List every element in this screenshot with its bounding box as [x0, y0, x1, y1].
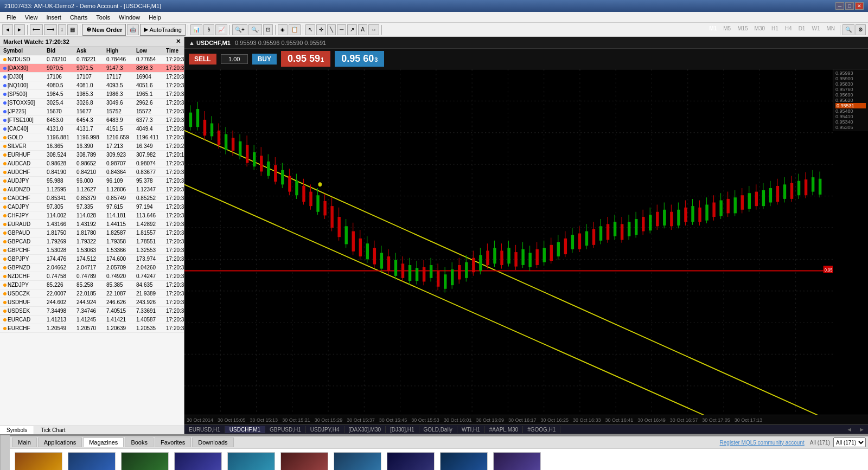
magazine-item[interactable]: BORSA ISTANBUL Borsa Istanbu... 2014/03	[439, 452, 488, 470]
market-row[interactable]: CADCHF 0.85341 0.85379 0.85749 0.85252 1…	[0, 194, 184, 203]
tb-arrow[interactable]: ↖	[305, 24, 315, 35]
period-h4[interactable]: H4	[782, 25, 795, 34]
toolbar-forward[interactable]: ►	[14, 24, 25, 35]
menu-help[interactable]: Help	[144, 12, 165, 23]
toolbar-expert-icon[interactable]: 🤖	[127, 24, 139, 35]
tb-template[interactable]: 📋	[289, 24, 301, 35]
market-row[interactable]: EURAUD 1.43166 1.43192 1.44115 1.42892 1…	[0, 220, 184, 229]
tab-downloads[interactable]: Downloads	[192, 437, 233, 447]
tab-favorites[interactable]: Favorites	[155, 437, 191, 447]
menu-window[interactable]: Window	[114, 12, 144, 23]
magazine-item[interactable]: TRADERS' TRADERS' DE 2014/11	[174, 452, 222, 470]
chart-line-button[interactable]: 📈	[215, 24, 227, 35]
market-row[interactable]: AUDCAD 0.98628 0.98652 0.98707 0.98074 1…	[0, 159, 184, 168]
market-row[interactable]: CHFJPY 114.002 114.028 114.181 113.646 1…	[0, 211, 184, 220]
tab-scroll-right[interactable]: ►	[856, 426, 868, 433]
tb-line[interactable]: ╲	[327, 24, 336, 35]
period-mn[interactable]: MN	[824, 25, 838, 34]
market-row[interactable]: GBPCAD 1.79269 1.79322 1.79358 1.78551 1…	[0, 237, 184, 246]
toolbar-btn2[interactable]: ⟶	[44, 24, 57, 35]
tab-main[interactable]: Main	[12, 437, 37, 447]
market-row[interactable]: GBPNZD 2.04662 2.04717 2.05709 2.04260 1…	[0, 263, 184, 272]
menu-insert[interactable]: Insert	[42, 12, 66, 23]
market-row[interactable]: GBPAUD 1.81750 1.81780 1.82587 1.81557 1…	[0, 229, 184, 237]
tb-text[interactable]: A	[358, 24, 367, 35]
symbol-tab-aapl[interactable]: #AAPL,M30	[485, 426, 523, 433]
period-d1[interactable]: D1	[796, 25, 808, 34]
tb-indicator[interactable]: ◈	[278, 24, 288, 35]
qty-input[interactable]	[221, 54, 248, 64]
tab-magazines[interactable]: Magazines	[83, 437, 124, 447]
magazine-item[interactable]: FX TRADER MAGAZINE FX Trader Ma... 2014/…	[14, 452, 63, 470]
market-row[interactable]: [DJ30] 17106 17107 17117 16904 17:20:31	[0, 73, 184, 81]
register-link[interactable]: Register MQL5 community account	[720, 440, 805, 446]
period-m15[interactable]: M15	[735, 25, 750, 34]
market-row[interactable]: GBPCHF 1.53028 1.53063 1.53366 1.32553 1…	[0, 246, 184, 255]
toolbar-btn4[interactable]: ▦	[67, 24, 78, 35]
market-row[interactable]: NZDUSD 0.78210 0.78221 0.78446 0.77654 1…	[0, 55, 184, 64]
terminal-label[interactable]: Terminal	[0, 435, 10, 470]
tab-tick-chart[interactable]: Tick Chart	[34, 426, 72, 434]
market-row[interactable]: AUDNZD 1.12595 1.12627 1.12806 1.12347 1…	[0, 185, 184, 194]
menu-view[interactable]: View	[21, 12, 42, 23]
magazine-item[interactable]: TRADERS' TRADERS' Italy 2014/09	[280, 452, 329, 470]
zoom-in-button[interactable]: 🔍+	[232, 24, 247, 35]
zoom-out-button[interactable]: 🔍-	[248, 24, 262, 35]
tb-settings[interactable]: ⚙	[856, 24, 866, 35]
menu-tools[interactable]: Tools	[92, 12, 114, 23]
minimize-button[interactable]: ─	[835, 2, 844, 10]
tb-crosshair[interactable]: ✛	[316, 24, 326, 35]
magazine-item[interactable]: FOREX TRADER Forex Trader... 2014/10	[386, 452, 435, 470]
tab-scroll-left[interactable]: ◄	[843, 426, 856, 433]
symbol-tab-gbpusd[interactable]: GBPUSD,H1	[265, 426, 306, 433]
buy-button[interactable]: BUY	[252, 54, 277, 65]
market-row[interactable]: AUDJPY 95.988 96.000 96.109 95.378 17:20…	[0, 177, 184, 185]
market-row[interactable]: EURCHF 1.20549 1.20570 1.20639 1.20535 1…	[0, 324, 184, 333]
symbol-tab-wti[interactable]: WTI,H1	[457, 426, 485, 433]
market-row[interactable]: USDHUF 244.602 244.924 246.626 243.926 1…	[0, 298, 184, 307]
symbol-tab-dax30[interactable]: [DAX30],M30	[344, 426, 386, 433]
period-w1[interactable]: W1	[809, 25, 822, 34]
market-row[interactable]: GBPJPY 174.476 174.512 174.600 173.974 1…	[0, 255, 184, 263]
market-row[interactable]: USDSEK 7.34498 7.34746 7.40515 7.33691 1…	[0, 307, 184, 316]
tb-search[interactable]: 🔍	[843, 24, 854, 35]
market-row[interactable]: [STOXX50] 3025.4 3026.8 3049.6 2962.6 17…	[0, 99, 184, 107]
magazine-item[interactable]: Forex Latino ForexLatino M... 2014/10	[493, 452, 541, 470]
symbol-tab-dj30[interactable]: [DJ30],H1	[386, 426, 419, 433]
filter-dropdown[interactable]: All (171)	[833, 437, 866, 447]
maximize-button[interactable]: □	[845, 2, 854, 10]
symbol-tab-gold[interactable]: GOLD,Daily	[419, 426, 457, 433]
market-row[interactable]: NZDCHF 0.74758 0.74789 0.74920 0.74247 1…	[0, 272, 184, 281]
close-button[interactable]: ✕	[855, 2, 864, 10]
toolbar-btn3[interactable]: ↕	[58, 24, 66, 35]
period-h1[interactable]: H1	[769, 25, 781, 34]
market-row[interactable]: [FTSE100] 6453.0 6454.3 6483.9 6377.3 17…	[0, 116, 184, 125]
zoom-chart-button[interactable]: ⊡	[263, 24, 273, 35]
market-row[interactable]: [JP225] 15670 15677 15752 15572 17:20:32	[0, 107, 184, 116]
market-row[interactable]: [NQ100] 4080.5 4081.0 4093.5 4051.6 17:2…	[0, 81, 184, 90]
new-order-button[interactable]: ⊕ New Order	[82, 24, 126, 36]
market-row[interactable]: EURCAD 1.41213 1.41245 1.41421 1.40587 1…	[0, 316, 184, 324]
period-m1[interactable]: M1	[706, 25, 719, 34]
autotrading-button[interactable]: ▶ AutoTrading	[140, 24, 186, 36]
magazine-item[interactable]: ForexPress ForexPress 2014/04	[227, 452, 276, 470]
symbol-tab-usdchf[interactable]: USDCHF,M1	[225, 426, 265, 433]
title-bar-controls[interactable]: ─ □ ✕	[835, 2, 864, 10]
menu-charts[interactable]: Charts	[66, 12, 92, 23]
magazine-item[interactable]: INVESTORS' INVESTORS' 2014/10	[333, 452, 382, 470]
tab-books[interactable]: Books	[125, 437, 154, 447]
tab-applications[interactable]: Applications	[38, 437, 82, 447]
market-watch-close[interactable]: ✕	[176, 38, 181, 45]
tab-symbols[interactable]: Symbols	[0, 426, 34, 434]
market-row[interactable]: [CAC40] 4131.0 4131.7 4151.5 4049.4 17:2…	[0, 125, 184, 133]
chart-bar-button[interactable]: 📊	[190, 24, 202, 35]
sell-button[interactable]: SELL	[189, 54, 216, 65]
symbol-tab-usdjpy[interactable]: USDJPY,H4	[306, 426, 344, 433]
toolbar-btn1[interactable]: ⟵	[30, 24, 43, 35]
market-row[interactable]: SILVER 16.365 16.390 17.213 16.349 17:20…	[0, 142, 184, 151]
magazine-item[interactable]: e-FOREX e-Forex 2014/07	[67, 452, 116, 470]
market-row[interactable]: [DAX30] 9070.5 9071.5 9147.3 8898.3 17:2…	[0, 64, 184, 73]
tb-hline[interactable]: ─	[337, 24, 346, 35]
market-row[interactable]: CADJPY 97.305 97.335 97.615 97.194 17:20…	[0, 203, 184, 211]
candlestick-chart[interactable]: 0.955	[184, 69, 833, 415]
